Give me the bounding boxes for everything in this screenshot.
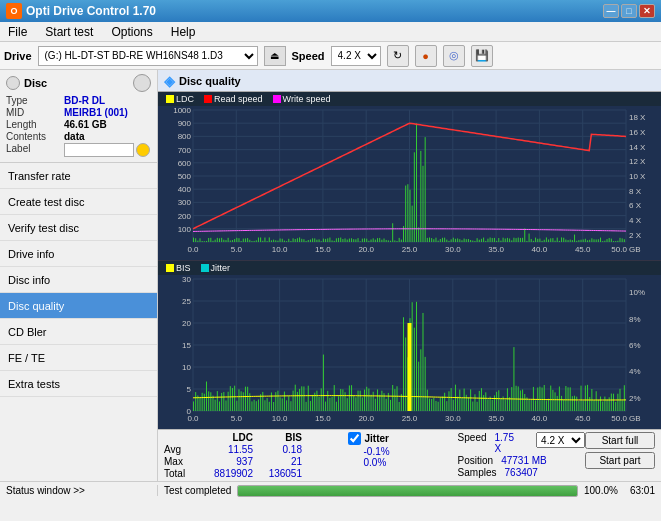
- title-bar-buttons: — □ ✕: [603, 4, 655, 18]
- chart-header: ◈ Disc quality: [158, 70, 661, 92]
- disc-header: Disc: [6, 74, 151, 92]
- position-value: 47731 MB: [501, 455, 547, 466]
- jitter-max: 0.0%: [348, 457, 458, 468]
- status-bar: Status window >> Test completed 100.0% 6…: [0, 481, 661, 499]
- max-ldc: 937: [198, 456, 253, 467]
- refresh-button[interactable]: ↻: [387, 45, 409, 67]
- avg-label: Avg: [164, 444, 194, 455]
- charts-container: LDC Read speed Write speed: [158, 92, 661, 429]
- legend-jitter-dot: [201, 264, 209, 272]
- stats-panel: LDC BIS Avg 11.55 0.18 Max 937 21 Tota: [158, 429, 661, 481]
- nav-item-verify-test-disc[interactable]: Verify test disc: [0, 215, 157, 241]
- maximize-button[interactable]: □: [621, 4, 637, 18]
- speed-selector[interactable]: 4.2 X: [331, 46, 381, 66]
- stat-bis-header: BIS: [257, 432, 302, 443]
- disc-title: Disc: [24, 77, 47, 89]
- nav-item-extra-tests[interactable]: Extra tests: [0, 371, 157, 397]
- main-layout: Disc Type BD-R DL MID MEIRB1 (001) Lengt…: [0, 70, 661, 481]
- minimize-button[interactable]: —: [603, 4, 619, 18]
- menu-help[interactable]: Help: [167, 24, 200, 40]
- samples-value: 763407: [505, 467, 538, 478]
- jitter-avg: -0.1%: [348, 446, 458, 457]
- max-label: Max: [164, 456, 194, 467]
- legend-readspeed-label: Read speed: [214, 94, 263, 104]
- chart1-legend: LDC Read speed Write speed: [158, 92, 661, 106]
- start-full-button[interactable]: Start full: [585, 432, 655, 449]
- nav-item-cd-bler[interactable]: CD Bler: [0, 319, 157, 345]
- legend-ldc-dot: [166, 95, 174, 103]
- samples-label: Samples: [458, 467, 497, 478]
- samples-row: Samples 763407: [458, 467, 585, 478]
- nav-item-transfer-rate[interactable]: Transfer rate: [0, 163, 157, 189]
- nav-items: Transfer rateCreate test discVerify test…: [0, 163, 157, 397]
- avg-ldc: 11.55: [198, 444, 253, 455]
- stats-col1: LDC BIS Avg 11.55 0.18 Max 937 21 Tota: [164, 432, 348, 479]
- save-button[interactable]: 💾: [471, 45, 493, 67]
- label-icon-button[interactable]: [136, 143, 150, 157]
- nav-item-fe-te[interactable]: FE / TE: [0, 345, 157, 371]
- legend-jitter-label: Jitter: [211, 263, 231, 273]
- type-label: Type: [6, 95, 64, 106]
- eject-button[interactable]: ⏏: [264, 46, 286, 66]
- legend-ldc: LDC: [166, 94, 194, 104]
- sidebar: Disc Type BD-R DL MID MEIRB1 (001) Lengt…: [0, 70, 158, 481]
- start-part-button[interactable]: Start part: [585, 452, 655, 469]
- legend-ldc-label: LDC: [176, 94, 194, 104]
- total-bis: 136051: [257, 468, 302, 479]
- chart2-legend: BIS Jitter: [158, 260, 661, 275]
- stat-empty: [164, 432, 194, 443]
- total-ldc: 8819902: [198, 468, 253, 479]
- legend-readspeed-dot: [204, 95, 212, 103]
- avg-bis: 0.18: [257, 444, 302, 455]
- nav-item-drive-info[interactable]: Drive info: [0, 241, 157, 267]
- stats-headers: LDC BIS: [164, 432, 348, 443]
- drive-label: Drive: [4, 50, 32, 62]
- burn-icon-button[interactable]: ●: [415, 45, 437, 67]
- stats-avg-row: Avg 11.55 0.18: [164, 444, 348, 455]
- speed-stat-label: Speed: [458, 432, 487, 454]
- menu-options[interactable]: Options: [107, 24, 156, 40]
- jitter-checkbox[interactable]: [348, 432, 361, 445]
- contents-label: Contents: [6, 131, 64, 142]
- disc-mid-row: MID MEIRB1 (001): [6, 107, 151, 118]
- drive-selector[interactable]: (G:) HL-DT-ST BD-RE WH16NS48 1.D3: [38, 46, 258, 66]
- mid-label: MID: [6, 107, 64, 118]
- mid-value: MEIRB1 (001): [64, 107, 128, 118]
- nav-item-disc-info[interactable]: Disc info: [0, 267, 157, 293]
- menu-start-test[interactable]: Start test: [41, 24, 97, 40]
- label-label: Label: [6, 143, 64, 157]
- legend-readspeed: Read speed: [204, 94, 263, 104]
- title-bar: O Opti Drive Control 1.70 — □ ✕: [0, 0, 661, 22]
- speed-control[interactable]: 4.2 X: [536, 432, 585, 448]
- disc-contents-row: Contents data: [6, 131, 151, 142]
- stats-max-row: Max 937 21: [164, 456, 348, 467]
- nav-item-disc-quality[interactable]: Disc quality: [0, 293, 157, 319]
- disc-type-row: Type BD-R DL: [6, 95, 151, 106]
- disc-length-row: Length 46.61 GB: [6, 119, 151, 130]
- nav-item-create-test-disc[interactable]: Create test disc: [0, 189, 157, 215]
- jitter-header: Jitter: [348, 432, 458, 445]
- drive-bar: Drive (G:) HL-DT-ST BD-RE WH16NS48 1.D3 …: [0, 42, 661, 70]
- position-row: Position 47731 MB: [458, 455, 585, 466]
- legend-writespeed-dot: [273, 95, 281, 103]
- menu-bar: File Start test Options Help: [0, 22, 661, 42]
- length-label: Length: [6, 119, 64, 130]
- chart1-container: [158, 106, 661, 260]
- action-buttons: Start full Start part: [585, 432, 655, 479]
- position-label: Position: [458, 455, 494, 466]
- progress-bar-fill: [238, 486, 577, 496]
- jitter-label: Jitter: [365, 433, 389, 444]
- status-window-button[interactable]: Status window >>: [0, 485, 158, 496]
- disc-icon: [6, 76, 20, 90]
- stat-ldc-header: LDC: [198, 432, 253, 443]
- stats-col2: Jitter -0.1% 0.0%: [348, 432, 458, 479]
- legend-writespeed: Write speed: [273, 94, 331, 104]
- test-completed-text: Test completed: [164, 485, 231, 496]
- disc-icon-button[interactable]: ◎: [443, 45, 465, 67]
- label-input[interactable]: [64, 143, 134, 157]
- menu-file[interactable]: File: [4, 24, 31, 40]
- contents-value: data: [64, 131, 85, 142]
- progress-bar: [237, 485, 578, 497]
- speed-stat-value: 1.75 X: [495, 432, 521, 454]
- close-button[interactable]: ✕: [639, 4, 655, 18]
